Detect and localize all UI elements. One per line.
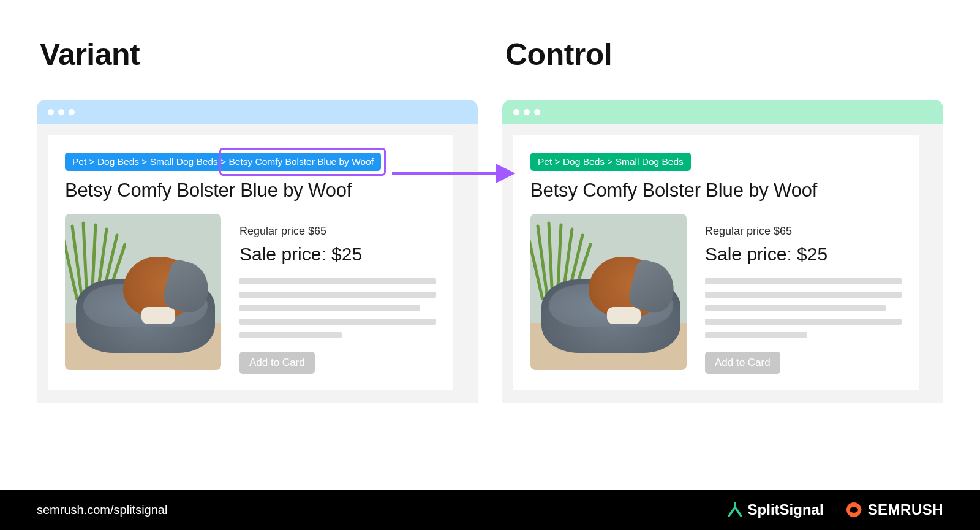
variant-product-title: Betsy Comfy Bolster Blue by Woof [65, 180, 436, 202]
control-product-info: Regular price $65 Sale price: $25 Add to… [705, 214, 902, 374]
text-skeleton [239, 278, 436, 284]
semrush-icon [845, 501, 863, 519]
control-column: Control Pet > Dog Beds > Small Dog Beds … [502, 37, 943, 477]
window-dot-icon [534, 109, 540, 115]
window-dot-icon [524, 109, 530, 115]
control-regular-price: Regular price $65 [705, 225, 902, 238]
product-image [65, 214, 221, 370]
control-window-bar [502, 100, 943, 124]
text-skeleton [705, 332, 807, 338]
window-dot-icon [48, 109, 54, 115]
control-window: Pet > Dog Beds > Small Dog Beds Betsy Co… [502, 100, 943, 403]
footer-url: semrush.com/splitsignal [37, 503, 167, 517]
variant-breadcrumb-wrap: Pet > Dog Beds > Small Dog Beds > Betsy … [65, 153, 381, 171]
add-to-cart-button[interactable]: Add to Card [239, 352, 315, 374]
splitsignal-logo: SplitSignal [727, 501, 824, 518]
variant-breadcrumb[interactable]: Pet > Dog Beds > Small Dog Beds > Betsy … [65, 153, 381, 171]
splitsignal-icon [727, 502, 743, 518]
variant-column: Variant Pet > Dog Beds > Small Dog Beds … [37, 37, 478, 477]
footer-brands: SplitSignal SEMRUSH [727, 501, 943, 519]
splitsignal-text: SplitSignal [748, 501, 824, 518]
text-skeleton [705, 305, 886, 311]
control-heading: Control [505, 37, 943, 72]
variant-product-row: Regular price $65 Sale price: $25 Add to… [65, 214, 436, 374]
text-skeleton [239, 292, 436, 298]
control-sale-price: Sale price: $25 [705, 244, 902, 265]
variant-heading: Variant [40, 37, 478, 72]
text-skeleton [705, 278, 902, 284]
control-breadcrumb[interactable]: Pet > Dog Beds > Small Dog Beds [530, 153, 691, 171]
control-page: Pet > Dog Beds > Small Dog Beds Betsy Co… [513, 135, 919, 390]
control-product-row: Regular price $65 Sale price: $25 Add to… [530, 214, 902, 374]
window-dot-icon [58, 109, 64, 115]
text-skeleton [705, 292, 902, 298]
variant-window-bar [37, 100, 478, 124]
control-breadcrumb-wrap: Pet > Dog Beds > Small Dog Beds [530, 153, 691, 171]
comparison-main: Variant Pet > Dog Beds > Small Dog Beds … [0, 0, 980, 490]
control-window-body: Pet > Dog Beds > Small Dog Beds Betsy Co… [502, 124, 943, 403]
variant-page: Pet > Dog Beds > Small Dog Beds > Betsy … [48, 135, 453, 390]
text-skeleton [239, 332, 342, 338]
window-dot-icon [513, 109, 519, 115]
footer-bar: semrush.com/splitsignal SplitSignal SEMR… [0, 490, 980, 530]
variant-sale-price: Sale price: $25 [239, 244, 436, 265]
text-skeleton [705, 319, 902, 325]
semrush-text: SEMRUSH [868, 501, 943, 518]
window-dot-icon [69, 109, 75, 115]
dog-shape [123, 257, 197, 318]
variant-regular-price: Regular price $65 [239, 225, 436, 238]
add-to-cart-button[interactable]: Add to Card [705, 352, 780, 374]
variant-window: Pet > Dog Beds > Small Dog Beds > Betsy … [37, 100, 478, 403]
variant-product-info: Regular price $65 Sale price: $25 Add to… [239, 214, 436, 374]
variant-window-body: Pet > Dog Beds > Small Dog Beds > Betsy … [37, 124, 478, 403]
semrush-logo: SEMRUSH [845, 501, 943, 519]
text-skeleton [239, 305, 420, 311]
control-product-title: Betsy Comfy Bolster Blue by Woof [530, 180, 902, 202]
dog-shape [589, 257, 662, 318]
product-image [530, 214, 687, 370]
text-skeleton [239, 319, 436, 325]
